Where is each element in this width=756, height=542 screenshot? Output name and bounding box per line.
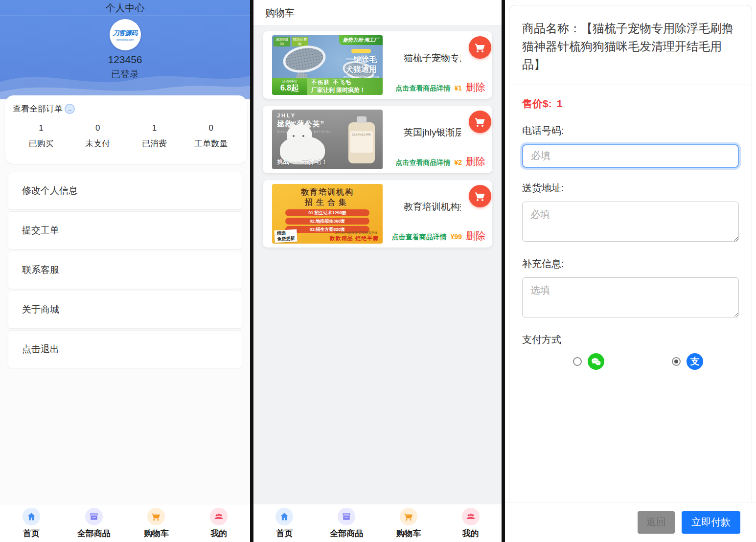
tab-all-products[interactable]: 全部商品 (63, 504, 125, 542)
cart-icon (400, 508, 417, 525)
view-detail-link[interactable]: 点击查看商品详情 (395, 84, 450, 93)
user-group-icon (462, 508, 480, 525)
tab-label: 首页 (276, 528, 293, 539)
brush-graphic (281, 43, 328, 76)
tag-line: 免费更新 (277, 235, 295, 242)
store-icon (338, 508, 355, 525)
cart-item: 教育培训机构 招生合集 01.招生话术1290套 02.地推招生368套 03.… (263, 180, 492, 248)
stat-unpaid: 0 未支付 (69, 123, 126, 149)
delete-button[interactable]: 删除 (466, 155, 485, 168)
tab-cart[interactable]: 购物车 (125, 504, 188, 542)
product-title[interactable]: 教育培训机构招生方... (404, 201, 461, 213)
tab-label: 首页 (23, 528, 40, 539)
tab-label: 全部商品 (77, 528, 111, 539)
stat-label: 已购买 (13, 138, 69, 149)
profile-screen: 个人中心 刀客源码 www.dkewl.com 123456 已登录 查看全部订… (0, 0, 250, 542)
slogan-line: 款款精品 拒绝平庸 (330, 235, 379, 242)
page-title: 个人中心 (106, 1, 145, 15)
checkout-screen: 商品名称：【猫梳子宠物专用除浮毛刷撸猫神器针梳狗狗猫咪毛发清理开结毛用品】 售价… (505, 0, 756, 542)
corner-tag: 精选 免费更新 (274, 229, 297, 243)
cart-item-actions: 点击查看商品详情 ¥1 删除 (395, 81, 485, 94)
product-title[interactable]: 英国jhly银渐层猫咪沐... (404, 126, 461, 139)
user-group-icon (210, 508, 228, 525)
view-all-orders-link[interactable]: 查看全部订单 (13, 103, 239, 114)
menu-item-label: 关于商城 (22, 303, 59, 316)
arrow-right-circle-icon (65, 104, 75, 114)
delete-button[interactable]: 删除 (466, 229, 485, 243)
avatar[interactable]: 刀客源码 www.dkewl.com (110, 19, 141, 50)
product-image[interactable]: JHLY 拯救“蒲公英” MAKE CATS LOVE BATHING CLEA… (272, 110, 383, 169)
orders-card: 查看全部订单 1 已购买 0 未支付 1 已消费 0 工单数量 (5, 95, 247, 164)
promo-badge: 赠送运费险 (292, 37, 308, 46)
phone-label: 电话号码: (522, 124, 739, 137)
tab-home[interactable]: 首页 (0, 504, 63, 542)
promo-banner: 新势力周·淘工厂 (339, 35, 383, 45)
tab-label: 全部商品 (330, 528, 363, 539)
extra-info-textarea[interactable] (522, 277, 739, 317)
cart-badge-icon[interactable] (469, 36, 491, 59)
tab-all-products[interactable]: 全部商品 (316, 504, 378, 542)
stat-label: 已消费 (126, 138, 183, 149)
wechat-pay-icon (588, 353, 604, 370)
slogan-line: 不伤肤 不飞毛 (311, 79, 383, 86)
bottle-cap-graphic (357, 116, 367, 123)
menu-item-edit-profile[interactable]: 修改个人信息 (8, 172, 242, 210)
menu-item-label: 点击退出 (22, 343, 59, 356)
alipay-radio[interactable] (672, 357, 681, 366)
price-label: 售价$: (522, 98, 552, 109)
cart-item-actions: 点击查看商品详情 ¥99 删除 (392, 229, 485, 243)
product-image[interactable]: 教育培训机构 招生合集 01.招生话术1290套 02.地推招生368套 03.… (272, 184, 383, 244)
stat-tickets: 0 工单数量 (183, 123, 239, 149)
divider (509, 85, 752, 85)
tab-cart[interactable]: 购物车 (378, 504, 440, 542)
screen-divider (250, 0, 253, 542)
delete-button[interactable]: 删除 (466, 81, 485, 94)
phone-input[interactable] (522, 144, 739, 168)
home-icon (23, 508, 40, 525)
stat-value: 0 (183, 123, 239, 133)
tab-mine[interactable]: 我的 (439, 504, 502, 542)
cart-badge-icon[interactable] (469, 111, 491, 133)
app: 个人中心 刀客源码 www.dkewl.com 123456 已登录 查看全部订… (0, 0, 756, 542)
alipay-option[interactable]: 支 (672, 353, 703, 370)
price-line: 售价$:1 (522, 97, 739, 111)
wechat-radio[interactable] (573, 357, 582, 366)
price-tag-value: 6.8起 (280, 84, 299, 92)
slogan-line: 厂家让利 限时疯抢！ (311, 86, 383, 94)
menu-item-logout[interactable]: 点击退出 (8, 330, 242, 368)
product-image[interactable]: 满300减30 赠送运费险 新势力周·淘工厂 一键除毛 犬猫通用 (272, 35, 383, 95)
payment-options: 支 (522, 353, 739, 370)
headline-line: 犬猫通用 (344, 65, 379, 74)
list-pill: 02.地推招生368套 (285, 218, 369, 225)
menu-item-about-mall[interactable]: 关于商城 (8, 291, 242, 329)
payment-method-label: 支付方式 (522, 333, 739, 346)
cart-screen: 购物车 满300减30 赠送运费险 新势力周·淘工厂 一键除毛 (253, 0, 502, 542)
back-button[interactable]: 返回 (638, 511, 675, 534)
tab-home[interactable]: 首页 (253, 504, 316, 542)
cart-badge-icon[interactable] (469, 185, 491, 207)
logo-text: 刀客源码 (113, 29, 137, 38)
item-price: ¥1 (454, 84, 462, 92)
address-textarea[interactable] (522, 202, 739, 242)
slogan-strip: 不伤肤 不飞毛 厂家让利 限时疯抢！ (307, 78, 383, 95)
promo-badge: 满300减30 (274, 37, 290, 46)
cat-graphic (293, 135, 295, 137)
tab-mine[interactable]: 我的 (187, 504, 250, 542)
product-title[interactable]: 猫梳子宠物专用除浮... (404, 52, 461, 65)
wechat-pay-option[interactable] (573, 353, 604, 370)
tab-label: 购物车 (396, 528, 421, 539)
tab-label: 购物车 (144, 528, 169, 539)
headline-line: 一键除毛 (344, 55, 379, 65)
pay-now-button[interactable]: 立即付款 (682, 511, 740, 534)
bottle-label: CLEAN&CARE (350, 131, 373, 153)
logo-url-text: www.dkewl.com (116, 38, 134, 41)
menu-item-submit-ticket[interactable]: 提交工单 (8, 211, 242, 249)
view-detail-link[interactable]: 点击查看商品详情 (395, 158, 450, 167)
profile-header: 个人中心 (0, 0, 250, 16)
tab-bar: 首页 全部商品 购物车 我的 (253, 504, 502, 542)
menu-item-contact-support[interactable]: 联系客服 (8, 251, 242, 289)
view-detail-link[interactable]: 点击查看商品详情 (392, 233, 447, 242)
tab-label: 我的 (210, 528, 227, 539)
tab-bar: 首页 全部商品 购物车 我的 (0, 504, 250, 542)
stat-purchased: 1 已购买 (13, 123, 69, 149)
